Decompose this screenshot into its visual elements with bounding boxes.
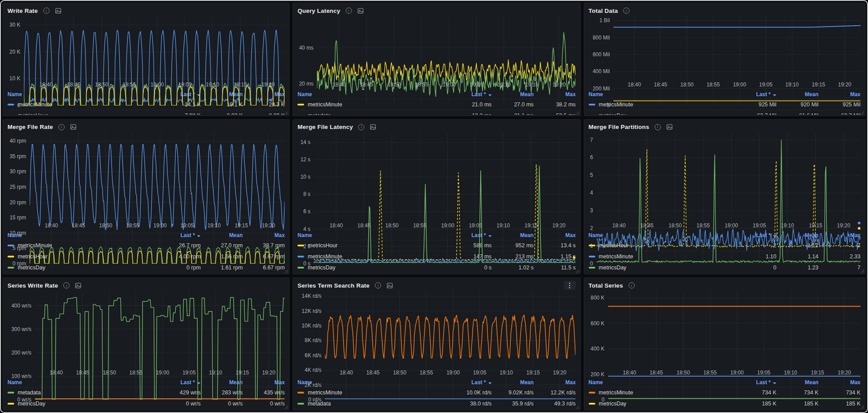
chart-merge-file-partitions[interactable]: 76543210 [589,132,860,222]
chart-write-rate[interactable]: 30 K20 K10 K0 [8,16,285,81]
panel-links-icon[interactable] [666,124,673,130]
info-icon[interactable]: i [58,124,65,130]
plot-area[interactable] [608,290,860,369]
x-tick-label: 19:15 [526,370,540,376]
legend-row-metadata[interactable]: metadata13.2 ms21.1 ms53.5 ms [297,110,575,115]
panel-total-series: Total Series i 800 K600 K400 K200 K0 18:… [584,277,865,410]
y-tick-label: 8 s [303,191,310,197]
plot-area[interactable] [35,290,285,369]
info-icon[interactable]: i [358,124,364,130]
panel-links-icon[interactable] [55,8,62,14]
legend-last-value: 63.7 Mil [734,113,776,115]
y-tick-label: 40 ms [299,45,314,51]
panel-title: Total Series [589,282,623,289]
panel-links-icon[interactable] [75,282,81,289]
chart-query-latency[interactable]: 40 ms20 ms [297,16,575,81]
y-tick-label: 100 wr/s [12,373,31,379]
info-icon[interactable]: i [346,8,352,14]
x-tick-label: 18:55 [126,222,139,229]
x-tick-label: 18:45 [72,222,85,229]
chart-total-data[interactable]: 1 Bil800 Mil600 Mil400 Mil200 Mil0 [589,16,860,81]
panel-header[interactable]: Merge File Latency i [297,122,575,132]
chart-series-write-rate[interactable]: 400 wr/s300 wr/s200 wr/s100 wr/s0 wr/s [8,290,285,369]
info-icon[interactable]: i [655,124,661,130]
info-icon[interactable]: i [623,8,629,14]
chart-merge-file-rate[interactable]: 40 rpm35 rpm30 rpm25 rpm20 rpm15 rpm10 r… [8,132,285,222]
y-tick-label: 0 rpm [12,261,26,267]
legend-series-name: metricsDay [18,401,158,407]
series-color-dash [297,267,304,269]
y-axis: 76543210 [589,132,597,222]
panel-links-icon[interactable] [357,8,364,14]
plot-area[interactable] [317,16,575,81]
plot-area[interactable] [613,16,860,81]
panel-links-icon[interactable] [386,282,393,289]
x-tick-label: 19:20 [837,370,851,376]
panel-header[interactable]: Query Latency i [297,6,575,16]
x-tick-label: 18:55 [123,82,136,88]
panel-links-icon[interactable] [370,124,376,130]
panel-header[interactable]: Merge File Rate i [8,122,285,132]
info-icon[interactable]: i [375,282,381,288]
info-icon[interactable]: i [63,282,69,288]
panel-links-icon[interactable] [70,124,77,130]
legend-mean-value: 0 wr/s [201,401,243,407]
x-tick-label: 19:15 [809,222,822,229]
panel-merge-file-rate: Merge File Rate i 40 rpm35 rpm30 rpm25 r… [3,119,289,274]
x-tick-label: 18:45 [650,370,663,376]
y-axis: 30 K20 K10 K0 [8,16,24,81]
x-tick-label: 18:55 [703,370,717,376]
y-tick-label: 10 s [301,174,311,180]
panel-total-data: Total Data i 1 Bil800 Mil600 Mil400 Mil2… [584,3,865,116]
legend-row-metricsHour[interactable]: metricsHour7.98 K3.03 K8.20 K [8,110,285,115]
panel-header[interactable]: Series Write Rate i [8,281,285,290]
y-tick-label: 0 [602,397,605,403]
panel-header[interactable]: Total Data i [589,6,860,16]
legend-mean-value: 61.6 Mil [776,113,818,115]
y-tick-label: 5 [590,172,593,178]
plot-area[interactable] [30,132,285,222]
x-tick-label: 19:20 [262,82,275,88]
x-tick-label: 19:10 [206,82,219,88]
legend-last-value: 0 rpm [158,265,201,271]
plot-area[interactable] [597,132,860,222]
series-color-dash [8,392,14,394]
info-icon[interactable]: i [629,282,635,288]
legend-row-metricsDay[interactable]: metricsDay01.237 [589,262,860,273]
panel-header[interactable]: Total Series i [589,281,860,290]
y-tick-label: 0 [607,102,610,109]
legend-max-value: 63.7 Mil [818,113,860,115]
plot-area[interactable] [24,16,285,81]
legend-row-metricsDay[interactable]: metricsDay0 rpm1.61 rpm6.67 rpm [8,262,285,273]
plot-area[interactable] [314,132,575,222]
legend-row-metricsDay[interactable]: metricsDay63.7 Mil61.6 Mil63.7 Mil [589,110,860,115]
panel-header[interactable]: Series Term Search Rate i ⋮ [297,281,575,290]
series-color-dash [297,104,304,105]
x-tick-label: 19:15 [525,82,538,88]
panel-header[interactable]: Merge File Partitions i [589,122,860,132]
x-tick-label: 19:15 [235,370,249,376]
chart-series-term-search-rate[interactable]: 14K rd/s12K rd/s10K rd/s8K rd/s6K rd/s4K… [297,290,575,369]
x-axis: 18:4018:4518:5018:5519:0019:0519:1019:15… [613,82,860,89]
panel-menu-icon[interactable]: ⋮ [564,281,576,290]
y-tick-label: 400 Mil [593,68,610,74]
y-tick-label: 0 s [303,261,310,267]
panel-merge-file-latency: Merge File Latency i 14 s12 s10 s8 s6 s4… [293,119,580,274]
panel-header[interactable]: Write Rate i [8,6,285,16]
panel-title: Merge File Rate [8,124,53,130]
info-icon[interactable]: i [43,8,50,14]
legend-row-metricsDay[interactable]: metricsDay0 s1.02 s11.5 s [297,262,575,273]
x-tick-label: 18:40 [50,370,63,376]
plot-area[interactable] [325,290,575,369]
y-tick-label: 14 s [301,139,311,145]
series-color-dash [8,267,14,269]
y-tick-label: 14K rd/s [302,293,322,299]
x-tick-label: 18:50 [99,222,112,229]
legend-mean-value: 1.23 [776,265,818,271]
y-tick-label: 600 Mil [593,51,610,58]
y-tick-label: 20 K [9,49,20,55]
chart-merge-file-latency[interactable]: 14 s12 s10 s8 s6 s4 s2 s0 s [297,132,575,222]
x-tick-label: 18:55 [697,222,710,229]
chart-total-series[interactable]: 800 K600 K400 K200 K0 [589,290,860,369]
y-tick-label: 2 s [303,243,310,249]
